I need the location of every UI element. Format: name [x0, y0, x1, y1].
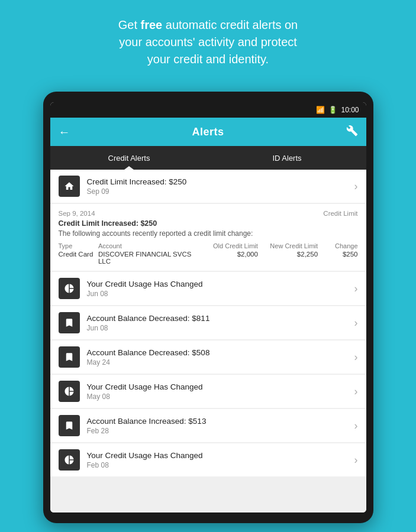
- alert-icon-scale: [59, 312, 80, 333]
- status-bar: 📶 🔋 10:00: [50, 102, 366, 118]
- wifi-icon: 📶: [316, 106, 325, 114]
- list-item[interactable]: Credit Limit Increased: $250 Sep 09 ›: [50, 170, 366, 203]
- table-data-row: Credit Card DISCOVER FINANCIAL SVCS LLC …: [59, 251, 358, 265]
- detail-table: Type Account Old Credit Limit New Credit…: [59, 242, 358, 265]
- status-time: 10:00: [341, 106, 359, 114]
- alert-icon-house: [59, 176, 80, 197]
- alert-date: May 24: [87, 358, 354, 366]
- chevron-icon: ›: [354, 180, 358, 193]
- chevron-icon: ›: [354, 317, 358, 329]
- back-button[interactable]: ←: [59, 125, 70, 139]
- alert-info: Your Credit Usage Has Changed Jun 08: [80, 280, 354, 298]
- alert-title: Account Balance Increased: $513: [87, 417, 354, 426]
- alert-icon-scale: [59, 415, 80, 436]
- list-item[interactable]: Account Balance Increased: $513 Feb 28 ›: [50, 409, 366, 442]
- chevron-icon: ›: [354, 420, 358, 432]
- alert-info: Credit Limit Increased: $250 Sep 09: [80, 177, 354, 196]
- list-item[interactable]: Your Credit Usage Has Changed Feb 08 ›: [50, 443, 366, 476]
- header-bold: free: [141, 18, 163, 31]
- detail-title: Credit Limit Increased: $250: [59, 219, 358, 228]
- alert-icon-scale: [59, 346, 80, 368]
- tablet-screen: 📶 🔋 10:00 ← Alerts Credit Alerts ID Aler…: [50, 102, 366, 512]
- alert-icon-pie: [59, 278, 80, 299]
- detail-desc: The following accounts recently reported…: [59, 229, 358, 238]
- alert-date: Jun 08: [87, 290, 354, 298]
- alert-date: Jun 08: [87, 324, 354, 332]
- header-text: Get free automatic credit alerts on your…: [118, 18, 298, 66]
- alert-info: Account Balance Decreased: $811 Jun 08: [80, 314, 354, 332]
- chevron-icon: ›: [354, 283, 358, 295]
- filter-button[interactable]: [346, 125, 358, 140]
- list-item[interactable]: Account Balance Decreased: $508 May 24 ›: [50, 340, 366, 374]
- list-item[interactable]: Your Credit Usage Has Changed May 08 ›: [50, 375, 366, 408]
- alert-date: Feb 08: [87, 461, 354, 469]
- alert-title: Account Balance Decreased: $811: [87, 314, 354, 323]
- list-item[interactable]: Your Credit Usage Has Changed Jun 08 ›: [50, 272, 366, 305]
- chevron-icon: ›: [354, 454, 358, 466]
- detail-type: Credit Limit: [323, 210, 357, 217]
- detail-panel: Sep 9, 2014 Credit Limit Credit Limit In…: [50, 204, 366, 271]
- app-bar-title: Alerts: [70, 126, 346, 138]
- list-item[interactable]: Account Balance Decreased: $811 Jun 08 ›: [50, 306, 366, 339]
- alert-info: Account Balance Decreased: $508 May 24: [80, 348, 354, 366]
- tab-id-alerts[interactable]: ID Alerts: [208, 146, 366, 170]
- alert-date: May 08: [87, 392, 354, 401]
- alert-title: Your Credit Usage Has Changed: [87, 280, 354, 288]
- alert-title: Account Balance Decreased: $508: [87, 348, 354, 357]
- chevron-icon: ›: [354, 351, 358, 364]
- alert-date: Feb 28: [87, 427, 354, 435]
- tab-credit-alerts[interactable]: Credit Alerts: [50, 146, 208, 170]
- table-header-row: Type Account Old Credit Limit New Credit…: [59, 242, 358, 249]
- alert-info: Account Balance Increased: $513 Feb 28: [80, 417, 354, 435]
- alert-icon-pie: [59, 381, 80, 402]
- alert-title: Your Credit Usage Has Changed: [87, 382, 354, 391]
- alert-icon-pie: [59, 449, 80, 471]
- battery-icon: 🔋: [328, 106, 337, 114]
- detail-header-row: Sep 9, 2014 Credit Limit: [59, 210, 358, 217]
- alert-info: Your Credit Usage Has Changed Feb 08: [80, 451, 354, 469]
- header-section: Get free automatic credit alerts on your…: [0, 0, 416, 80]
- tablet-frame: 📶 🔋 10:00 ← Alerts Credit Alerts ID Aler…: [43, 92, 373, 523]
- alert-info: Your Credit Usage Has Changed May 08: [80, 382, 354, 401]
- app-bar: ← Alerts: [50, 118, 366, 146]
- detail-date: Sep 9, 2014: [59, 210, 95, 217]
- alerts-list[interactable]: Credit Limit Increased: $250 Sep 09 › Se…: [50, 170, 366, 512]
- alert-date: Sep 09: [87, 187, 354, 196]
- chevron-icon: ›: [354, 385, 358, 398]
- tab-bar: Credit Alerts ID Alerts: [50, 146, 366, 170]
- alert-title: Your Credit Usage Has Changed: [87, 451, 354, 460]
- alert-title: Credit Limit Increased: $250: [87, 177, 354, 186]
